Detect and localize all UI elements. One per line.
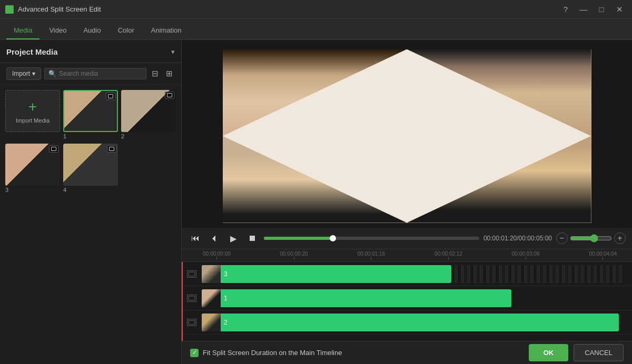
track-row-2: 1 — [182, 286, 632, 310]
media-item-2[interactable]: 2 — [121, 90, 176, 140]
panel-header: Project Media ▾ — [0, 40, 181, 63]
cancel-button[interactable]: CANCEL — [574, 344, 624, 361]
preview-quad-top-right — [407, 49, 591, 136]
zoom-controls: − + — [556, 232, 626, 244]
track-clip-2[interactable]: 1 — [202, 289, 511, 307]
track-row-3: 2 — [182, 310, 632, 335]
track-clip-3[interactable]: 2 — [202, 314, 619, 331]
main-layout: Project Media ▾ Import ▾ 🔍 ⊟ ⊞ + Import … — [0, 40, 632, 364]
ruler-mark-2: 00:00:01:16 — [357, 251, 385, 260]
title-bar-controls: ? — □ ✕ — [558, 2, 627, 17]
chevron-down-icon: ▾ — [32, 70, 35, 77]
clip-label-1: 3 — [221, 270, 231, 278]
preview-quad-bottom-left — [223, 136, 407, 223]
track-icon-2 — [182, 295, 202, 302]
tab-animation[interactable]: Animation — [144, 22, 189, 39]
track-clip-1-ext — [451, 265, 624, 283]
clip-label-3: 2 — [221, 319, 231, 326]
search-input[interactable] — [59, 70, 142, 77]
face-top-left — [223, 49, 407, 136]
plus-icon: + — [28, 98, 37, 115]
media-thumb-1 — [63, 90, 118, 132]
tab-media[interactable]: Media — [6, 22, 39, 39]
track-clip-1[interactable]: 3 — [202, 265, 451, 283]
time-display: 00:00:01:20/00:00:05:00 — [483, 235, 552, 242]
fit-duration-checkbox-label[interactable]: ✓ Fit Split Screen Duration on the Main … — [190, 349, 342, 357]
tab-color[interactable]: Color — [111, 22, 142, 39]
window-title: Advanced Split Screen Edit — [18, 5, 101, 13]
track-content-2: 1 — [202, 288, 632, 309]
track-icon-3 — [182, 319, 202, 326]
progress-bar[interactable] — [264, 237, 479, 240]
thumb-badge-4 — [107, 145, 116, 153]
help-button[interactable]: ? — [558, 2, 573, 17]
progress-fill — [264, 237, 333, 240]
media-label-1: 1 — [63, 132, 118, 140]
ruler-mark-1: 00:00:00:20 — [280, 251, 308, 260]
maximize-button[interactable]: □ — [594, 2, 609, 17]
bottom-buttons: OK CANCEL — [529, 344, 624, 361]
project-media-dropdown[interactable]: Project Media ▾ — [6, 45, 175, 58]
svg-rect-5 — [189, 320, 195, 325]
zoom-out-button[interactable]: − — [556, 232, 568, 244]
track-row-1: 3 — [182, 262, 632, 286]
clip-thumb-3 — [202, 314, 221, 331]
media-label-3: 3 — [5, 186, 60, 194]
ruler-mark-5: 00:00:04:04 — [589, 251, 617, 260]
search-box: 🔍 — [44, 68, 146, 79]
media-item-1[interactable]: 1 — [63, 90, 118, 140]
title-bar: Advanced Split Screen Edit ? — □ ✕ — [0, 0, 632, 19]
track-content-3: 2 — [202, 312, 632, 333]
dropdown-chevron-icon: ▾ — [171, 48, 175, 56]
clip-thumb-1 — [202, 265, 221, 283]
project-media-label: Project Media — [6, 47, 58, 56]
minimize-button[interactable]: — — [576, 2, 591, 17]
stop-button[interactable]: ⏹ — [245, 231, 260, 246]
grid-icon[interactable]: ⊞ — [164, 68, 175, 79]
right-panel: ⏮ ⏴ ▶ ⏹ 00:00:01:20/00:00:05:00 − + 00:0… — [182, 40, 632, 364]
media-label-2: 2 — [121, 132, 176, 140]
tab-video[interactable]: Video — [42, 22, 74, 39]
svg-rect-1 — [189, 272, 195, 276]
playback-bar: ⏮ ⏴ ▶ ⏹ 00:00:01:20/00:00:05:00 − + — [182, 228, 632, 249]
thumb-badge-1 — [106, 93, 115, 100]
progress-handle[interactable] — [330, 235, 336, 241]
toolbar-row: Import ▾ 🔍 ⊟ ⊞ — [0, 63, 181, 85]
ruler-mark-0: 00:00:00:00 — [203, 251, 231, 260]
tab-bar: Media Video Audio Color Animation — [0, 19, 632, 40]
title-bar-left: Advanced Split Screen Edit — [5, 5, 101, 14]
bottom-bar: ✓ Fit Split Screen Duration on the Main … — [182, 341, 632, 364]
tab-audio[interactable]: Audio — [76, 22, 108, 39]
ruler-mark-3: 00:00:02:12 — [434, 251, 462, 260]
media-grid: + Import Media 1 2 — [0, 85, 181, 364]
fit-duration-checkbox[interactable]: ✓ — [190, 349, 199, 357]
import-media-item[interactable]: + Import Media — [5, 90, 60, 132]
media-label-4: 4 — [63, 186, 118, 194]
preview-area — [182, 40, 632, 228]
step-back-button[interactable]: ⏴ — [207, 231, 222, 246]
media-thumb-3 — [5, 144, 60, 186]
close-button[interactable]: ✕ — [612, 2, 627, 17]
import-media-label: Import Media — [16, 117, 50, 124]
preview-quad-top-left — [223, 49, 407, 136]
thumb-badge-2 — [165, 92, 174, 99]
fit-duration-label: Fit Split Screen Duration on the Main Ti… — [203, 349, 342, 357]
media-item-4[interactable]: 4 — [63, 144, 118, 194]
ok-button[interactable]: OK — [529, 344, 569, 361]
preview-container — [223, 49, 591, 223]
import-button[interactable]: Import ▾ — [6, 67, 41, 80]
track-icon-1 — [182, 270, 202, 278]
play-button[interactable]: ▶ — [226, 231, 241, 246]
zoom-slider[interactable] — [570, 234, 612, 242]
rewind-button[interactable]: ⏮ — [188, 231, 203, 246]
timeline-tracks[interactable]: 3 — [182, 262, 632, 341]
media-thumb-4 — [63, 144, 118, 186]
filter-icon[interactable]: ⊟ — [150, 68, 161, 79]
left-panel: Project Media ▾ Import ▾ 🔍 ⊟ ⊞ + Import … — [0, 40, 182, 364]
media-item-3[interactable]: 3 — [5, 144, 60, 194]
timeline-area: 00:00:00:00 00:00:00:20 00:00:01:16 00:0… — [182, 249, 632, 341]
zoom-in-button[interactable]: + — [614, 232, 626, 244]
face-top-right — [407, 49, 591, 136]
clip-thumb-2 — [202, 289, 221, 307]
svg-rect-3 — [189, 296, 195, 300]
